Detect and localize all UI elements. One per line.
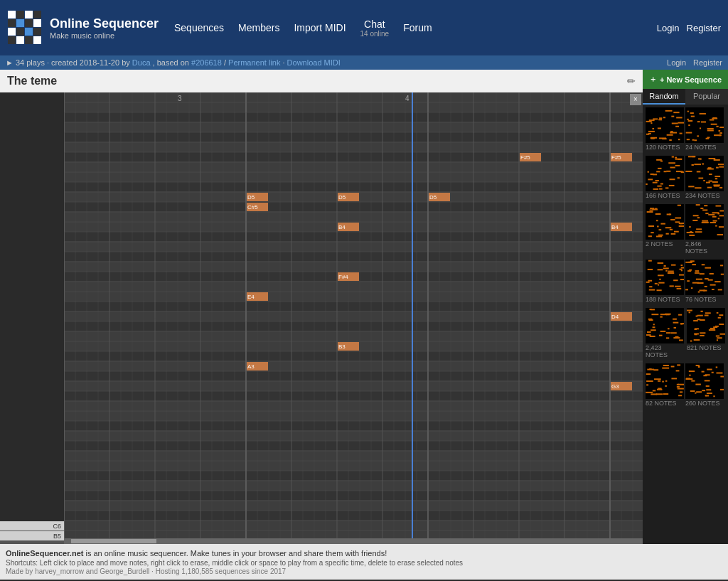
info-permanent-link[interactable]: Permanent link (228, 58, 280, 67)
register-btn-right[interactable]: Register (693, 58, 722, 67)
nav-members[interactable]: Members (238, 22, 279, 33)
login-button[interactable]: Login (657, 23, 680, 33)
edit-title-icon[interactable]: ✏ (627, 75, 636, 87)
sequence-title: The teme (7, 75, 621, 87)
thumbnail-item[interactable]: 76 NOTES (685, 260, 724, 304)
site-name: OnlineSequencer.net (6, 549, 83, 558)
header: Online Sequencer Make music online Seque… (0, 0, 728, 55)
nav-forum[interactable]: Forum (403, 22, 432, 33)
credits-text: Made by harvey_morrow and George_Burdell… (6, 567, 722, 575)
nav-import-midi[interactable]: Import MIDI (294, 22, 346, 33)
thumbnail-label: 821 NOTES (687, 343, 725, 352)
thumbnail-label: 260 NOTES (685, 399, 724, 407)
new-sequence-label: + New Sequence (660, 75, 722, 84)
info-author[interactable]: Duca (132, 58, 151, 67)
expand-icon[interactable]: ► (6, 58, 14, 67)
piano-key-b5[interactable]: B5 (0, 531, 64, 541)
sequencer-canvas[interactable] (64, 92, 643, 544)
info-download[interactable]: Download MIDI (287, 58, 341, 67)
thumbnail-label: 2,846 NOTES (685, 240, 725, 255)
thumbnail-label: 82 NOTES (646, 399, 684, 407)
register-button[interactable]: Register (687, 23, 721, 33)
thumbnail-item[interactable]: 2 NOTES (646, 204, 684, 255)
header-right: Login Register (657, 23, 721, 33)
plus-icon: ＋ (649, 74, 657, 85)
thumbnail-item[interactable]: 166 NOTES (646, 156, 684, 200)
logo-subtitle: Make music online (50, 31, 160, 40)
tab-random[interactable]: Random (643, 89, 685, 105)
piano-sidebar: C6B5A#5A5G#5G5F#5F5E5D#5D5C#5C5B4A#4A4G#… (0, 92, 64, 544)
logo-area: Online Sequencer Make music online (7, 10, 160, 46)
thumbnail-item[interactable]: 2,846 NOTES (685, 204, 725, 255)
logo-title: Online Sequencer (50, 16, 160, 31)
thumbnail-label: 166 NOTES (646, 191, 684, 200)
main-content: The teme ✏ C6B5A#5A5G#5G5F#5F5E5D#5D5C#5… (0, 70, 643, 544)
sequencer-area: The teme ✏ C6B5A#5A5G#5G5F#5F5E5D#5D5C#5… (0, 70, 728, 544)
nav-chat[interactable]: Chat 14 online (360, 18, 390, 38)
sidebar-thumbnails: 120 NOTES24 NOTES166 NOTES234 NOTES2 NOT… (643, 105, 728, 544)
thumbnail-item[interactable]: 2,423 NOTES (646, 308, 685, 359)
nav-chat-label: Chat (364, 18, 385, 30)
title-bar: The teme ✏ (0, 70, 643, 92)
thumbnail-item[interactable]: 260 NOTES (685, 363, 724, 407)
piano-key-a#5[interactable]: A#5 (0, 541, 64, 544)
bottom-line1: OnlineSequencer.net is an online music s… (6, 549, 722, 558)
thumbnail-item[interactable]: 234 NOTES (685, 156, 724, 200)
bottom-line1-rest: is an online music sequencer. Make tunes… (83, 549, 387, 558)
piano-key-c6[interactable]: C6 (0, 521, 64, 531)
thumbnail-label: 234 NOTES (685, 191, 724, 200)
new-sequence-button[interactable]: ＋ + New Sequence (643, 70, 728, 89)
thumbnail-label: 76 NOTES (685, 295, 724, 304)
right-sidebar: ＋ + New Sequence Random Popular 120 NOTE… (643, 70, 728, 544)
bottom-bar: OnlineSequencer.net is an online music s… (0, 544, 728, 580)
thumbnail-item[interactable]: 120 NOTES (646, 107, 684, 151)
piano-grid-container: C6B5A#5A5G#5G5F#5F5E5D#5D5C#5C5B4A#4A4G#… (0, 92, 643, 544)
piano-keys (0, 92, 64, 521)
thumbnail-item[interactable]: 24 NOTES (685, 107, 724, 151)
nav-sequences[interactable]: Sequences (174, 22, 224, 33)
main-nav: Sequences Members Import MIDI Chat 14 on… (160, 18, 657, 38)
thumbnail-item[interactable]: 821 NOTES (687, 308, 725, 359)
info-based-on[interactable]: #206618 (191, 58, 222, 67)
tab-popular[interactable]: Popular (685, 89, 728, 105)
info-separator: , based on (153, 58, 191, 67)
chat-online-count: 14 online (360, 30, 390, 38)
thumbnail-label: 120 NOTES (646, 143, 684, 151)
sidebar-tabs: Random Popular (643, 89, 728, 105)
thumbnail-item[interactable]: 188 NOTES (646, 260, 684, 304)
info-bar-left: ► 34 plays · created 2018-11-20 by Duca … (6, 58, 341, 67)
login-btn-right[interactable]: Login (667, 58, 686, 67)
logo-text: Online Sequencer Make music online (50, 16, 160, 40)
thumbnail-label: 24 NOTES (685, 143, 724, 151)
info-plays: 34 plays · created 2018-11-20 by (16, 58, 130, 67)
logo-icon (7, 10, 43, 46)
thumbnail-label: 2,423 NOTES (646, 343, 685, 359)
grid-wrapper[interactable] (64, 92, 643, 544)
shortcuts-text: Shortcuts: Left click to place and move … (6, 559, 722, 567)
thumbnail-item[interactable]: 82 NOTES (646, 363, 684, 407)
info-bar: ► 34 plays · created 2018-11-20 by Duca … (0, 55, 728, 70)
thumbnail-label: 2 NOTES (646, 240, 684, 248)
info-bar-right: Login Register (667, 58, 722, 67)
thumbnail-label: 188 NOTES (646, 295, 684, 304)
